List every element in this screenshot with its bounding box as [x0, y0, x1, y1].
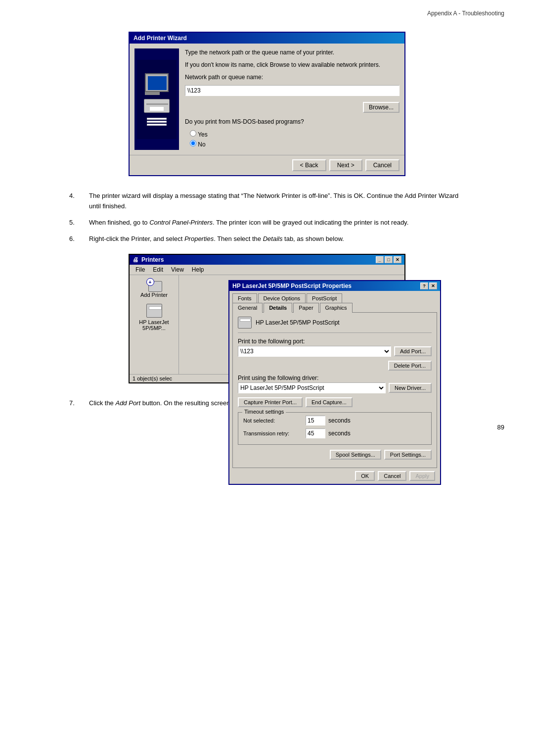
- minimize-button[interactable]: _: [376, 256, 384, 263]
- tab-paper[interactable]: Paper: [293, 303, 318, 313]
- not-selected-unit: seconds: [328, 417, 351, 424]
- add-printer-label: Add Printer: [140, 292, 168, 298]
- tab-postscript[interactable]: PostScript: [307, 293, 342, 303]
- step-6-content: Right-click the Printer, and select Prop…: [89, 234, 465, 244]
- menu-view[interactable]: View: [167, 266, 188, 274]
- port-settings-button[interactable]: Port Settings...: [384, 450, 432, 460]
- wizard-path-input[interactable]: [185, 85, 400, 96]
- spool-settings-button[interactable]: Spool Settings...: [330, 450, 381, 460]
- printers-title-bar: 🖨 Printers _ □ ✕: [130, 255, 404, 265]
- wizard-radio-no-label[interactable]: No: [190, 140, 400, 148]
- tab-details[interactable]: Details: [264, 303, 292, 313]
- printers-title-icon: 🖨: [133, 256, 138, 263]
- transmission-label: Transmission retry:: [243, 430, 303, 436]
- printers-sidebar: + Add Printer HP LaserJet 5P/5MP...: [130, 275, 179, 374]
- printer-icon: [144, 99, 170, 113]
- step-6-number: 6.: [69, 234, 89, 244]
- wizard-back-button[interactable]: < Back: [292, 159, 326, 171]
- wizard-next-button[interactable]: Next >: [329, 159, 362, 171]
- wizard-dos-question: Do you print from MS-DOS-based programs?: [185, 118, 400, 126]
- port-field-row: Print to the following port: \\123 Add P…: [238, 338, 432, 371]
- step-5-pre: When finished, go to: [89, 219, 149, 226]
- add-printer-item[interactable]: + Add Printer: [133, 278, 176, 298]
- hp-printer-icon: [146, 304, 162, 318]
- props-ok-button[interactable]: OK: [355, 471, 375, 481]
- step-5-content: When finished, go to Control Panel-Print…: [89, 218, 465, 228]
- port-label: Print to the following port:: [238, 338, 432, 345]
- printer-name-row: HP LaserJet 5P/5MP PostScript: [238, 317, 432, 333]
- driver-field-row: Print using the following driver: HP Las…: [238, 375, 432, 393]
- wizard-radio-group: Yes No: [190, 130, 400, 148]
- menu-help[interactable]: Help: [188, 266, 208, 274]
- wizard-radio-yes-label[interactable]: Yes: [190, 130, 400, 138]
- step-5-number: 5.: [69, 218, 89, 228]
- wizard-cancel-button[interactable]: Cancel: [365, 159, 400, 171]
- new-driver-button[interactable]: New Driver...: [389, 383, 432, 393]
- props-footer: OK Cancel Apply: [229, 468, 440, 484]
- printers-window: 🖨 Printers _ □ ✕ File Edit View Help +: [129, 254, 405, 383]
- printer-icon-small: [238, 317, 252, 329]
- not-selected-row: Not selected: seconds: [243, 416, 426, 425]
- props-tabs-row1: Fonts Device Options PostScript: [229, 291, 440, 302]
- monitor-icon: [145, 73, 169, 92]
- printers-content: + Add Printer HP LaserJet 5P/5MP... HP L…: [130, 275, 404, 374]
- capture-printer-port-button[interactable]: Capture Printer Port...: [238, 397, 303, 407]
- delete-port-button[interactable]: Delete Port...: [388, 361, 432, 371]
- wizard-illustration: [134, 48, 179, 150]
- props-dialog-area: HP LaserJet 5P/5MP PostScript Properties…: [179, 275, 404, 374]
- tab-fonts[interactable]: Fonts: [232, 293, 257, 303]
- tab-device-options[interactable]: Device Options: [258, 293, 306, 303]
- props-help-button[interactable]: ?: [420, 283, 428, 289]
- end-capture-button[interactable]: End Capture...: [306, 397, 353, 407]
- step-4: 4. The printer wizard will display a mes…: [69, 191, 465, 212]
- wizard-radio-yes[interactable]: [190, 130, 196, 137]
- step-6-italic2: Details: [263, 235, 283, 242]
- properties-dialog: HP LaserJet 5P/5MP PostScript Properties…: [228, 280, 441, 485]
- maximize-button[interactable]: □: [385, 256, 393, 263]
- not-selected-input[interactable]: [306, 416, 325, 425]
- port-select[interactable]: \\123: [238, 346, 391, 357]
- add-printer-icon: +: [146, 278, 162, 292]
- wizard-footer: < Back Next > Cancel: [130, 155, 404, 175]
- hp-printer-item[interactable]: HP LaserJet 5P/5MP...: [133, 304, 176, 331]
- timeout-settings-group: Timeout settings Not selected: seconds T…: [238, 412, 432, 445]
- timeout-legend: Timeout settings: [242, 409, 286, 415]
- page-header: Appendix A - Troubleshooting: [30, 10, 504, 17]
- step-6: 6. Right-click the Printer, and select P…: [69, 234, 465, 244]
- props-cancel-button[interactable]: Cancel: [378, 471, 406, 481]
- props-title-bar: HP LaserJet 5P/5MP PostScript Properties…: [229, 281, 440, 291]
- menu-file[interactable]: File: [132, 266, 149, 274]
- printers-title-controls: _ □ ✕: [376, 256, 401, 263]
- step-4-content: The printer wizard will display a messag…: [89, 191, 465, 212]
- wizard-title-bar: Add Printer Wizard: [130, 33, 404, 44]
- step-7-number: 7.: [69, 398, 89, 409]
- tab-graphics[interactable]: Graphics: [320, 303, 353, 313]
- port-select-row: \\123 Add Port...: [238, 346, 432, 357]
- step-5-post: . The printer icon will be grayed out in…: [213, 219, 408, 226]
- props-tabs-row2: General Details Paper Graphics: [229, 302, 440, 312]
- driver-select-row: HP LaserJet 5P/5MP PostScript New Driver…: [238, 382, 432, 393]
- step-6-pre: Right-click the Printer, and select: [89, 235, 184, 242]
- menu-edit[interactable]: Edit: [149, 266, 167, 274]
- props-title-controls: ? ✕: [420, 283, 437, 289]
- props-close-button[interactable]: ✕: [429, 283, 437, 289]
- step-5: 5. When finished, go to Control Panel-Pr…: [69, 218, 465, 228]
- tab-general[interactable]: General: [232, 303, 263, 313]
- body-steps: 4. The printer wizard will display a mes…: [69, 191, 465, 244]
- wizard-path-label: Network path or queue name:: [185, 73, 400, 82]
- printer-name-text: HP LaserJet 5P/5MP PostScript: [256, 319, 340, 326]
- add-printer-wizard-dialog: Add Printer Wizard: [129, 32, 405, 176]
- step-7-pre: Click the: [89, 399, 115, 407]
- not-selected-label: Not selected:: [243, 418, 303, 424]
- wizard-radio-no[interactable]: [190, 140, 196, 146]
- props-apply-button[interactable]: Apply: [409, 471, 435, 481]
- wizard-browse-button[interactable]: Browse...: [363, 102, 400, 113]
- add-port-button[interactable]: Add Port...: [394, 346, 432, 356]
- step-6-post: tab, as shown below.: [282, 235, 344, 242]
- transmission-input[interactable]: [306, 428, 325, 438]
- driver-label: Print using the following driver:: [238, 375, 432, 381]
- close-window-button[interactable]: ✕: [394, 256, 401, 263]
- driver-select[interactable]: HP LaserJet 5P/5MP PostScript: [238, 382, 386, 393]
- step-5-italic: Control Panel-Printers: [149, 219, 213, 226]
- wizard-desc2: If you don't know its name, click Browse…: [185, 61, 400, 69]
